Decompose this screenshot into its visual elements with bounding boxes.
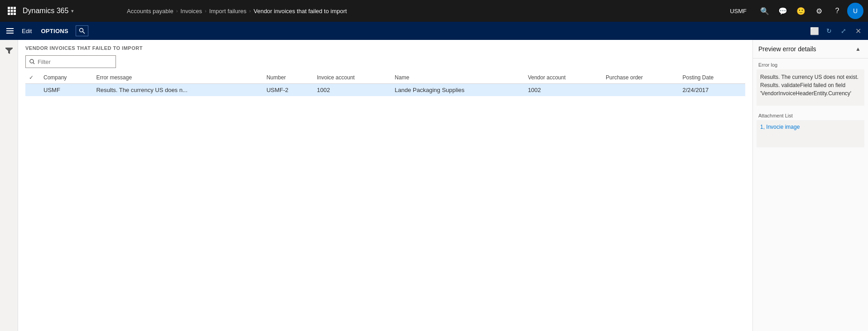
col-posting-date[interactable]: Posting Date [679,72,745,84]
svg-rect-1 [11,7,13,9]
error-log-label: Error log [753,58,868,69]
options-button[interactable]: OPTIONS [37,24,72,37]
top-navigation-bar: Dynamics 365 ▾ Accounts payable › Invoic… [0,0,868,22]
breadcrumb-import-failures[interactable]: Import failures [209,8,246,15]
col-error-message[interactable]: Error message [92,72,263,84]
page-header: VENDOR INVOICES THAT FAILED TO IMPORT [18,40,752,53]
waffle-menu-icon[interactable] [5,4,19,18]
attachment-list-content: 1, Invocie image [757,120,864,147]
svg-point-14 [30,59,34,63]
preview-collapse-button[interactable]: ▲ [854,44,863,54]
chat-icon[interactable]: 💬 [775,3,791,19]
filter-input[interactable] [38,58,112,65]
preview-panel: Preview error details ▲ Error log Result… [752,40,868,331]
toolbar-search-button[interactable] [76,25,88,36]
svg-rect-8 [14,13,16,15]
app-title[interactable]: Dynamics 365 ▾ [23,7,74,15]
svg-rect-10 [6,30,14,31]
toolbar-right-actions: ⬜ ↻ ⤢ ✕ [808,24,864,37]
row-name: Lande Packaging Supplies [391,84,524,97]
preview-panel-header: Preview error details ▲ [753,40,868,58]
svg-rect-3 [8,10,10,12]
app-branding: Dynamics 365 ▾ [0,4,118,18]
breadcrumb-invoices[interactable]: Invoices [180,8,202,15]
refresh-icon[interactable]: ↻ [823,24,835,37]
row-vendor-account[interactable]: 1002 [524,84,602,97]
svg-rect-0 [8,7,10,9]
top-bar-actions: USMF 🔍 💬 🙂 ⚙ ? U [721,3,868,19]
invoices-table: ✓ Company Error message Number Invoice a… [25,72,745,96]
filter-bar [18,53,752,72]
page-title: VENDOR INVOICES THAT FAILED TO IMPORT [25,45,745,51]
search-icon[interactable]: 🔍 [757,3,773,19]
col-invoice-account[interactable]: Invoice account [313,72,391,84]
svg-rect-6 [8,13,10,15]
row-purchase-order [602,84,679,97]
svg-line-15 [33,63,34,64]
row-number: USMF-2 [263,84,313,97]
attachment-list-label: Attachment List [753,109,868,120]
row-posting-date: 2/24/2017 [679,84,745,97]
open-in-window-icon[interactable]: ⬜ [808,24,821,37]
col-name[interactable]: Name [391,72,524,84]
resize-icon[interactable]: ⤢ [837,24,850,37]
hamburger-menu-icon[interactable] [4,24,16,37]
filter-search-icon [29,59,35,64]
col-vendor-account[interactable]: Vendor account [524,72,602,84]
org-name: USMF [725,8,751,15]
col-check: ✓ [25,72,40,84]
filter-sidebar-icon[interactable] [2,44,16,58]
main-content-area: VENDOR INVOICES THAT FAILED TO IMPORT ✓ [0,40,868,331]
row-check-cell [25,84,40,97]
avatar[interactable]: U [847,3,863,19]
svg-rect-4 [11,10,13,12]
help-icon[interactable]: ? [829,3,845,19]
svg-point-12 [80,29,83,32]
table-row[interactable]: USMF Results. The currency US does n... … [25,84,745,97]
breadcrumb-sep-2: › [205,8,207,14]
left-sidebar [0,40,18,331]
svg-rect-2 [14,7,16,9]
breadcrumb-accounts-payable[interactable]: Accounts payable [127,8,174,15]
attachment-item[interactable]: 1, Invocie image [760,124,800,130]
col-number[interactable]: Number [263,72,313,84]
col-company[interactable]: Company [40,72,92,84]
breadcrumb-sep-3: › [249,8,251,14]
svg-rect-11 [6,33,14,34]
table-header-row: ✓ Company Error message Number Invoice a… [25,72,745,84]
svg-rect-5 [14,10,16,12]
row-invoice-account[interactable]: 1002 [313,84,391,97]
settings-icon[interactable]: ⚙ [811,3,827,19]
edit-button[interactable]: Edit [18,24,35,37]
data-table-wrap: ✓ Company Error message Number Invoice a… [18,72,752,331]
content-panel: VENDOR INVOICES THAT FAILED TO IMPORT ✓ [18,40,752,331]
breadcrumb-current: Vendor invoices that failed to import [254,8,347,15]
app-title-text: Dynamics 365 [23,7,68,15]
row-error-message: Results. The currency US does n... [92,84,263,97]
svg-rect-7 [11,13,13,15]
preview-panel-title: Preview error details [758,45,816,53]
svg-line-13 [83,32,85,34]
row-company[interactable]: USMF [40,84,92,97]
svg-rect-9 [6,28,14,29]
col-purchase-order[interactable]: Purchase order [602,72,679,84]
breadcrumb-sep-1: › [176,8,178,14]
action-toolbar: Edit OPTIONS ⬜ ↻ ⤢ ✕ [0,22,868,40]
close-icon[interactable]: ✕ [852,24,864,37]
breadcrumb: Accounts payable › Invoices › Import fai… [118,8,721,15]
app-title-chevron: ▾ [71,8,74,14]
filter-input-wrapper[interactable] [25,55,116,68]
select-all-checkbox[interactable]: ✓ [29,74,34,81]
error-log-content: Results. The currency US does not exist.… [757,69,864,106]
user-icon[interactable]: 🙂 [793,3,809,19]
